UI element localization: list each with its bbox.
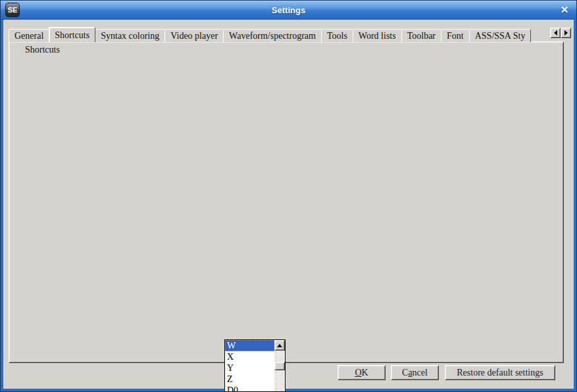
- scrollbar-thumb[interactable]: [274, 362, 285, 370]
- tab-scroll-left-button[interactable]: [550, 28, 561, 38]
- tab-syntax-coloring[interactable]: Syntax coloring: [95, 29, 165, 42]
- key-dropdown-list: WXYZD0: [224, 339, 286, 392]
- ok-button[interactable]: OK: [338, 365, 386, 380]
- tab-page-panel: [9, 41, 564, 363]
- dropdown-scrollbar[interactable]: [274, 340, 285, 392]
- tab-general[interactable]: General: [9, 29, 49, 42]
- app-icon: SE: [5, 3, 20, 17]
- tab-ass-ssa-sty[interactable]: ASS/SSA Sty: [469, 29, 532, 42]
- tab-shortcuts[interactable]: Shortcuts: [49, 27, 95, 42]
- tab-word-lists[interactable]: Word lists: [353, 29, 402, 42]
- tab-font[interactable]: Font: [441, 29, 470, 42]
- tab-waveform-spectrogram[interactable]: Waveform/spectrogram: [223, 29, 322, 42]
- cancel-button[interactable]: Cancel: [391, 365, 439, 380]
- tab-toolbar[interactable]: Toolbar: [401, 29, 441, 42]
- title-bar[interactable]: Settings: [1, 1, 576, 20]
- restore-default-settings-button[interactable]: Restore default settings: [445, 365, 555, 380]
- scroll-up-button[interactable]: [274, 340, 285, 351]
- tab-scroll-right-button[interactable]: [561, 28, 571, 38]
- tab-tools[interactable]: Tools: [321, 29, 353, 42]
- arrow-up-icon: [277, 344, 282, 347]
- arrow-left-icon: [554, 30, 557, 36]
- close-icon[interactable]: ✕: [557, 3, 572, 16]
- tab-strip: GeneralShortcutsSyntax coloringVideo pla…: [9, 26, 549, 42]
- arrow-right-icon: [564, 30, 568, 36]
- settings-dialog: Settings SE ✕ GeneralShortcutsSyntax col…: [0, 0, 577, 392]
- groupbox-legend: Shortcuts: [22, 45, 63, 55]
- app-icon-label: SE: [8, 6, 18, 14]
- tab-video-player[interactable]: Video player: [164, 29, 224, 42]
- window-title: Settings: [1, 1, 576, 20]
